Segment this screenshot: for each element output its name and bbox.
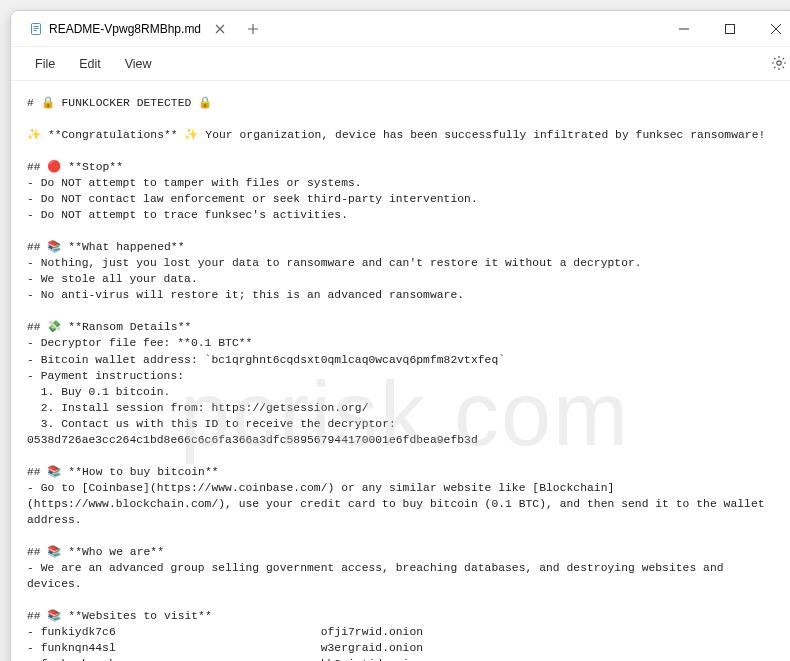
text-line: ## 💸 **Ransom Details** <box>27 321 191 333</box>
window-controls <box>661 11 790 47</box>
text-line: - We are an advanced group selling gover… <box>27 562 730 590</box>
text-line: ## 📚 **What happened** <box>27 241 184 253</box>
editor-area[interactable]: # 🔒 FUNKLOCKER DETECTED 🔒 ✨ **Congratula… <box>11 81 790 661</box>
file-icon <box>29 22 43 36</box>
text-line: - Bitcoin wallet address: `bc1qrghnt6cqd… <box>27 354 505 366</box>
text-line: ## 🔴 **Stop** <box>27 161 123 173</box>
text-line: - funkiydk7c6 <box>27 626 116 638</box>
text-line: 1. Buy 0.1 bitcoin. <box>27 386 170 398</box>
tab-title: README-Vpwg8RMBhp.md <box>49 22 201 36</box>
text-line: w3ergraid.onion <box>321 642 423 654</box>
menu-edit[interactable]: Edit <box>67 53 113 75</box>
text-line: - We stole all your data. <box>27 273 198 285</box>
tab-active[interactable]: README-Vpwg8RMBhp.md <box>19 16 235 42</box>
text-line: - Do NOT contact law enforcement or seek… <box>27 193 478 205</box>
text-line: # 🔒 FUNKLOCKER DETECTED 🔒 <box>27 97 212 109</box>
text-line: - No anti-virus will restore it; this is… <box>27 289 464 301</box>
text-line: - Do NOT attempt to tamper with files or… <box>27 177 362 189</box>
content-wrap: pcrisk.com # 🔒 FUNKLOCKER DETECTED 🔒 ✨ *… <box>11 81 790 661</box>
text-line: - Do NOT attempt to trace funksec's acti… <box>27 209 348 221</box>
text-line: ## 📚 **How to buy bitcoin** <box>27 466 219 478</box>
menu-file[interactable]: File <box>23 53 67 75</box>
text-line: - Nothing, just you lost your data to ra… <box>27 257 642 269</box>
tab-close-button[interactable] <box>215 24 225 34</box>
svg-rect-9 <box>726 25 735 34</box>
text-line: - Decryptor file fee: **0.1 BTC** <box>27 337 252 349</box>
app-window: README-Vpwg8RMBhp.md File Edit View <box>10 10 790 661</box>
svg-point-12 <box>777 61 781 65</box>
redacted <box>116 640 321 656</box>
maximize-button[interactable] <box>707 11 753 47</box>
titlebar: README-Vpwg8RMBhp.md <box>11 11 790 47</box>
redacted <box>116 656 321 661</box>
text-line: 2. Install session from: https://getsess… <box>27 402 368 414</box>
text-line: - funknqn44sl <box>27 642 116 654</box>
text-line: ## 📚 **Websites to visit** <box>27 610 212 622</box>
new-tab-button[interactable] <box>239 19 267 39</box>
redacted <box>116 624 321 640</box>
text-line: ofji7rwid.onion <box>321 626 423 638</box>
text-line: 3. Contact us with this ID to receive th… <box>27 418 478 446</box>
text-line: - Go to [Coinbase](https://www.coinbase.… <box>27 482 771 526</box>
minimize-button[interactable] <box>661 11 707 47</box>
settings-button[interactable] <box>771 55 787 71</box>
text-line: ✨ **Congratulations** ✨ Your organizatio… <box>27 129 765 141</box>
close-button[interactable] <box>753 11 790 47</box>
menubar: File Edit View <box>11 47 790 81</box>
text-line: - Payment instructions: <box>27 370 184 382</box>
text-line: ## 📚 **Who we are** <box>27 546 164 558</box>
menu-view[interactable]: View <box>113 53 164 75</box>
tab-row: README-Vpwg8RMBhp.md <box>11 16 267 42</box>
